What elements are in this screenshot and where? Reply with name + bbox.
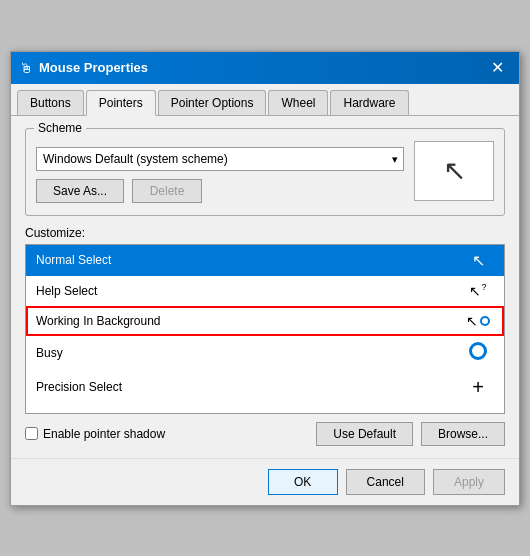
list-item-cursor: + xyxy=(462,376,494,399)
scheme-group: Scheme Windows Default (system scheme) S… xyxy=(25,128,505,216)
list-item-text: Busy xyxy=(36,346,63,360)
mouse-properties-window: 🖱 Mouse Properties ✕ Buttons Pointers Po… xyxy=(10,51,520,506)
use-default-button[interactable]: Use Default xyxy=(316,422,413,446)
tab-buttons[interactable]: Buttons xyxy=(17,90,84,115)
list-item[interactable]: Busy xyxy=(26,336,504,370)
list-item-text: Working In Background xyxy=(36,314,161,328)
list-item-cursor: I xyxy=(462,411,494,414)
scheme-controls: Windows Default (system scheme) Save As.… xyxy=(36,141,404,203)
bottom-controls: Enable pointer shadow Use Default Browse… xyxy=(25,422,505,446)
tab-pointers[interactable]: Pointers xyxy=(86,90,156,116)
save-as-button[interactable]: Save As... xyxy=(36,179,124,203)
list-item-text: Precision Select xyxy=(36,380,122,394)
shadow-label[interactable]: Enable pointer shadow xyxy=(25,427,308,441)
list-item[interactable]: Help Select ↖? xyxy=(26,276,504,306)
cursor-list[interactable]: Normal Select ↖ Help Select ↖? Working I… xyxy=(25,244,505,414)
footer: OK Cancel Apply xyxy=(11,458,519,505)
list-item[interactable]: Normal Select ↖ xyxy=(26,245,504,276)
list-item-cursor: ↖ xyxy=(462,251,494,270)
list-item[interactable]: Working In Background ↖ xyxy=(26,306,504,336)
scheme-buttons: Save As... Delete xyxy=(36,179,404,203)
browse-button[interactable]: Browse... xyxy=(421,422,505,446)
apply-button[interactable]: Apply xyxy=(433,469,505,495)
tab-content: Scheme Windows Default (system scheme) S… xyxy=(11,116,519,458)
list-item-cursor: ↖ xyxy=(462,312,494,330)
tab-pointer-options[interactable]: Pointer Options xyxy=(158,90,267,115)
preview-cursor-icon: ↖ xyxy=(443,154,466,187)
cancel-button[interactable]: Cancel xyxy=(346,469,425,495)
shadow-text: Enable pointer shadow xyxy=(43,427,165,441)
scheme-select[interactable]: Windows Default (system scheme) xyxy=(36,147,404,171)
close-button[interactable]: ✕ xyxy=(483,56,511,80)
scheme-group-label: Scheme xyxy=(34,121,86,135)
window-title: Mouse Properties xyxy=(39,60,148,75)
ok-button[interactable]: OK xyxy=(268,469,338,495)
window-icon: 🖱 xyxy=(19,60,33,76)
list-item-cursor xyxy=(462,342,494,364)
delete-button[interactable]: Delete xyxy=(132,179,202,203)
customize-label: Customize: xyxy=(25,226,505,240)
cursor-preview: ↖ xyxy=(414,141,494,201)
scheme-dropdown-wrap: Windows Default (system scheme) xyxy=(36,147,404,171)
tab-bar: Buttons Pointers Pointer Options Wheel H… xyxy=(11,84,519,116)
shadow-checkbox[interactable] xyxy=(25,427,38,440)
list-item-text: Normal Select xyxy=(36,253,111,267)
list-item[interactable]: Text Select I xyxy=(26,405,504,414)
list-item[interactable]: Precision Select + xyxy=(26,370,504,405)
list-item-text: Help Select xyxy=(36,284,97,298)
list-item-cursor: ↖? xyxy=(462,282,494,300)
tab-wheel[interactable]: Wheel xyxy=(268,90,328,115)
title-bar: 🖱 Mouse Properties ✕ xyxy=(11,52,519,84)
tab-hardware[interactable]: Hardware xyxy=(330,90,408,115)
